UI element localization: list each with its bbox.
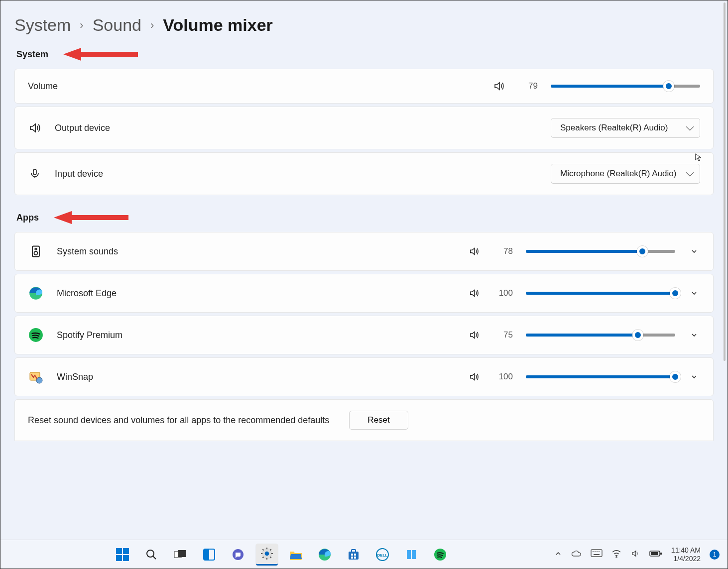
reset-description: Reset sound devices and volumes for all …	[28, 415, 329, 426]
svg-point-17	[265, 552, 269, 556]
input-device-card: Input device Microphone (Realtek(R) Audi…	[14, 152, 714, 195]
microphone-icon	[28, 167, 42, 181]
svg-point-32	[595, 551, 596, 552]
slider-thumb[interactable]	[663, 81, 674, 92]
slider-fill	[526, 334, 638, 337]
app-volume-value: 78	[493, 246, 513, 256]
slider-fill	[526, 292, 675, 295]
app-volume-slider[interactable]	[526, 250, 675, 253]
reset-card: Reset sound devices and volumes for all …	[14, 399, 714, 441]
svg-point-5	[34, 251, 38, 255]
svg-rect-23	[351, 557, 353, 559]
expand-chevron-icon[interactable]	[688, 289, 700, 297]
svg-rect-27	[407, 550, 411, 559]
output-device-label: Output device	[55, 123, 110, 133]
edge-app-icon[interactable]	[314, 544, 336, 566]
svg-rect-14	[204, 549, 209, 560]
slider-thumb[interactable]	[632, 330, 643, 341]
app-volume-value: 75	[493, 330, 513, 340]
taskbar: DELL 11:40 AM 1/4/2022 1	[0, 540, 728, 569]
reset-button[interactable]: Reset	[349, 411, 408, 430]
spotify-app-icon[interactable]	[429, 544, 451, 566]
section-apps-row: Apps	[16, 210, 714, 225]
svg-rect-21	[351, 554, 353, 556]
slider-fill	[526, 250, 642, 253]
speaker-icon[interactable]	[468, 371, 480, 383]
wifi-tray-icon[interactable]	[611, 550, 621, 559]
system-volume-card: Volume 79	[14, 69, 714, 104]
speaker-icon	[28, 121, 42, 135]
breadcrumb-sound[interactable]: Sound	[93, 15, 141, 35]
slider-fill	[526, 375, 675, 378]
scrollbar[interactable]	[724, 2, 726, 361]
app-volume-card: Microsoft Edge 100	[14, 274, 714, 313]
breadcrumb: System › Sound › Volume mixer	[14, 15, 714, 35]
taskbar-clock[interactable]: 11:40 AM 1/4/2022	[671, 546, 701, 563]
slider-thumb[interactable]	[670, 288, 681, 299]
app-volume-slider[interactable]	[526, 292, 675, 295]
expand-chevron-icon[interactable]	[688, 373, 700, 381]
taskbar-center: DELL	[8, 544, 555, 566]
expand-chevron-icon[interactable]	[688, 247, 700, 255]
dell-app-icon[interactable]: DELL	[371, 544, 393, 566]
tray-expand-icon[interactable]	[555, 550, 562, 559]
svg-text:DELL: DELL	[377, 553, 388, 558]
slider-thumb[interactable]	[637, 246, 648, 257]
app-name: WinSnap	[57, 372, 93, 382]
app-volume-value: 100	[493, 372, 513, 382]
app-volume-slider[interactable]	[526, 334, 675, 337]
svg-rect-24	[354, 557, 356, 559]
svg-point-31	[593, 551, 594, 552]
breadcrumb-system[interactable]: System	[14, 15, 71, 35]
spotify-icon	[28, 327, 44, 343]
svg-rect-22	[354, 554, 356, 556]
volume-slider[interactable]	[551, 85, 700, 88]
file-explorer-icon[interactable]	[285, 544, 307, 566]
slider-fill	[551, 85, 669, 88]
volume-label: Volume	[28, 81, 58, 92]
svg-rect-19	[349, 552, 359, 560]
input-device-dropdown[interactable]: Microphone (Realtek(R) Audio)	[551, 164, 700, 184]
start-button[interactable]	[112, 544, 133, 566]
speaker-icon[interactable]	[468, 287, 480, 299]
app-volume-slider[interactable]	[526, 375, 675, 378]
microsoft-store-icon[interactable]	[343, 544, 364, 566]
speaker-icon[interactable]	[468, 245, 480, 257]
breadcrumb-volume-mixer: Volume mixer	[163, 15, 272, 35]
app-volume-card: Spotify Premium 75	[14, 316, 714, 354]
svg-rect-39	[660, 553, 662, 555]
keyboard-tray-icon[interactable]	[591, 549, 603, 560]
app-name: Microsoft Edge	[57, 288, 117, 299]
volume-tray-icon[interactable]	[630, 549, 640, 560]
svg-rect-20	[352, 550, 356, 552]
speaker-icon[interactable]	[493, 80, 505, 92]
app-volume-value: 100	[493, 288, 513, 298]
input-device-label: Input device	[55, 169, 103, 179]
svg-rect-30	[591, 550, 602, 557]
expand-chevron-icon[interactable]	[688, 331, 700, 339]
app-name: System sounds	[57, 246, 118, 257]
taskbar-right: 11:40 AM 1/4/2022 1	[555, 546, 720, 563]
chat-button[interactable]	[227, 544, 249, 566]
notification-badge[interactable]: 1	[710, 550, 720, 560]
svg-rect-1	[33, 169, 36, 175]
settings-app-icon[interactable]	[256, 544, 278, 566]
task-view-button[interactable]	[169, 544, 191, 566]
battery-tray-icon[interactable]	[649, 550, 662, 559]
svg-point-33	[597, 551, 598, 552]
svg-rect-12	[178, 550, 186, 557]
section-system-row: System	[16, 47, 714, 62]
widgets-button[interactable]	[198, 544, 220, 566]
apps-list: System sounds 78 Microsoft Edge 100 Spot…	[14, 232, 714, 396]
section-apps-label: Apps	[16, 213, 39, 223]
speaker-icon[interactable]	[468, 329, 480, 341]
settings-content: System › Sound › Volume mixer System Vol…	[0, 0, 728, 539]
search-button[interactable]	[140, 544, 162, 566]
slider-thumb[interactable]	[670, 371, 681, 382]
output-device-dropdown[interactable]: Speakers (Realtek(R) Audio)	[551, 118, 700, 138]
svg-rect-35	[594, 554, 600, 555]
svg-rect-28	[412, 550, 416, 559]
app-icon[interactable]	[400, 544, 422, 566]
onedrive-tray-icon[interactable]	[571, 550, 582, 559]
svg-rect-38	[651, 552, 658, 555]
